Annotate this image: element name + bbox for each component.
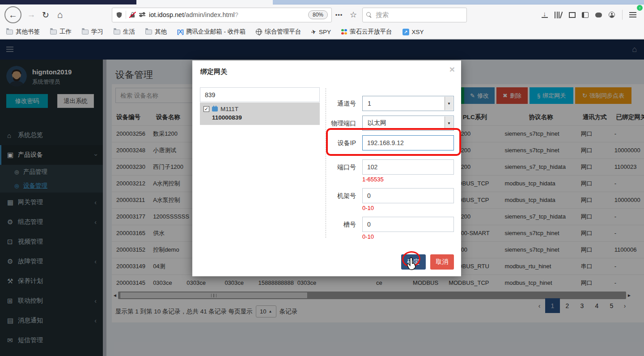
field-label-设备IP: 设备IP (304, 135, 356, 150)
urlbar-divider (126, 11, 126, 19)
shield-icon[interactable] (116, 12, 123, 18)
page-actions-icon[interactable]: ••• (332, 8, 346, 22)
bookmark-item[interactable]: 生活 (114, 28, 135, 36)
field-label-端口号: 端口号 (304, 159, 356, 175)
bookmarks-bar: 其他书签工作学习生活其他[X]腾讯企业邮箱 - 收件箱综合管理平台✈SPY萤石云… (0, 25, 644, 39)
toolbar-right-icons: ↑ (538, 8, 640, 21)
toolbar-divider (622, 10, 623, 20)
url-suffix: ? (235, 11, 238, 18)
bookmark-item[interactable]: 其他 (145, 28, 167, 36)
gateway-list-item[interactable]: ✓ M111T 110000839 (200, 103, 320, 125)
bookmark-label: 生活 (123, 28, 135, 36)
menu-hamburger-icon[interactable]: ↑ (626, 8, 640, 21)
globe-icon (256, 29, 262, 35)
bookmark-label: 其他书签 (16, 28, 40, 36)
physical-port-select[interactable]: 以太网▼ (362, 116, 454, 131)
library-icon[interactable] (551, 8, 565, 21)
folder-icon (145, 30, 152, 34)
bookmark-item[interactable]: 工作 (50, 28, 72, 36)
rack-input[interactable] (362, 188, 454, 203)
tabstrip-right-segment (273, 0, 644, 4)
back-button[interactable]: ← (4, 6, 21, 23)
port-input[interactable] (362, 159, 454, 175)
bookmark-item[interactable]: 学习 (82, 28, 103, 36)
modal-title: 绑定网关 (200, 68, 227, 76)
bookmark-label: 腾讯企业邮箱 - 收件箱 (186, 28, 246, 36)
update-available-badge: ↑ (637, 5, 643, 11)
bookmark-item[interactable]: ↗XSY (402, 29, 424, 35)
ys7-dots-icon (341, 29, 347, 35)
bookmark-item[interactable]: [X]腾讯企业邮箱 - 收件箱 (177, 28, 246, 36)
field-label-通道号: 通道号 (304, 96, 356, 111)
folder-icon (82, 30, 89, 34)
gateway-device-icon (212, 107, 218, 112)
bookmark-item[interactable]: ✈SPY (311, 29, 331, 35)
chat-icon[interactable] (592, 8, 605, 21)
cancel-button[interactable]: 取消 (430, 254, 454, 270)
folder-icon (114, 30, 120, 34)
field-hint: 0-10 (362, 233, 374, 240)
modal-close-icon[interactable]: × (449, 64, 455, 75)
field-label-槽号: 槽号 (304, 217, 356, 232)
gateway-name: M111T (220, 106, 238, 112)
forward-button[interactable]: → (24, 8, 38, 22)
bookmark-item[interactable]: 其他书签 (6, 28, 40, 36)
tencent-mail-icon: [X] (177, 29, 183, 35)
url-bar[interactable]: iot.idosp.net/admin/index.html? 80% (112, 8, 332, 22)
search-placeholder: 搜索 (376, 11, 389, 19)
url-path: /admin/index.html (184, 11, 235, 18)
folder-icon (6, 30, 13, 34)
permissions-icon[interactable] (139, 12, 145, 17)
field-hint: 1-65535 (362, 176, 384, 183)
tabstrip-dark-segment (0, 0, 136, 4)
bind-gateway-modal: 绑定网关 × ✓ M111T 110000839 通道号1▼物理端口以太网▼设备… (192, 60, 461, 276)
dropdown-arrow-icon[interactable]: ▼ (445, 97, 453, 110)
browser-toolbar: ← → ↻ ⌂ iot.idosp.net/admin/index.html? … (0, 4, 644, 25)
bookmark-item[interactable]: 综合管理平台 (256, 28, 301, 36)
account-icon[interactable] (605, 8, 619, 21)
gateway-id: 110000839 (212, 114, 316, 121)
tab-strip (0, 0, 644, 4)
folder-icon (50, 30, 57, 34)
reload-button[interactable]: ↻ (38, 8, 53, 22)
url-host: iot.idosp.net (149, 11, 184, 18)
bookmark-item[interactable]: 萤石云开放平台 (341, 28, 392, 36)
bookmark-star-icon[interactable]: ☆ (346, 8, 360, 22)
dropdown-arrow-icon[interactable]: ▼ (445, 116, 453, 130)
field-label-机架号: 机架号 (304, 188, 356, 203)
browser-chrome: ← → ↻ ⌂ iot.idosp.net/admin/index.html? … (0, 0, 644, 39)
bookmark-label: 萤石云开放平台 (350, 28, 392, 36)
field-label-物理端口: 物理端口 (304, 116, 356, 131)
tabstrip-active-tab (136, 0, 273, 4)
insecure-lock-icon[interactable] (129, 12, 136, 18)
download-icon[interactable] (538, 8, 551, 21)
bookmark-label: 学习 (91, 28, 103, 36)
field-hint: 0-10 (362, 205, 374, 211)
browser-search-box[interactable]: 搜索 (362, 8, 467, 22)
bookmark-label: XSY (412, 29, 424, 35)
url-text[interactable]: iot.idosp.net/admin/index.html? (149, 11, 308, 18)
bookmark-label: SPY (319, 29, 331, 35)
spy-icon: ✈ (311, 28, 317, 36)
confirm-button[interactable]: 确定 (401, 254, 426, 270)
device-ip-input[interactable] (362, 135, 454, 150)
home-button[interactable]: ⌂ (53, 8, 67, 22)
bookmark-label: 综合管理平台 (265, 28, 301, 36)
slot-input[interactable] (362, 217, 454, 232)
gateway-search-input[interactable] (200, 87, 320, 102)
channel-select[interactable]: 1▼ (362, 96, 454, 111)
search-icon (366, 12, 372, 18)
sidebar-toggle-icon[interactable] (578, 8, 592, 21)
zoom-level-badge[interactable]: 80% (308, 10, 328, 19)
screenshot-crop-icon[interactable] (565, 8, 578, 21)
bookmark-label: 其他 (155, 28, 167, 36)
gateway-checkbox[interactable]: ✓ (203, 106, 209, 112)
bookmark-label: 工作 (59, 28, 72, 36)
xsy-icon: ↗ (402, 29, 409, 35)
